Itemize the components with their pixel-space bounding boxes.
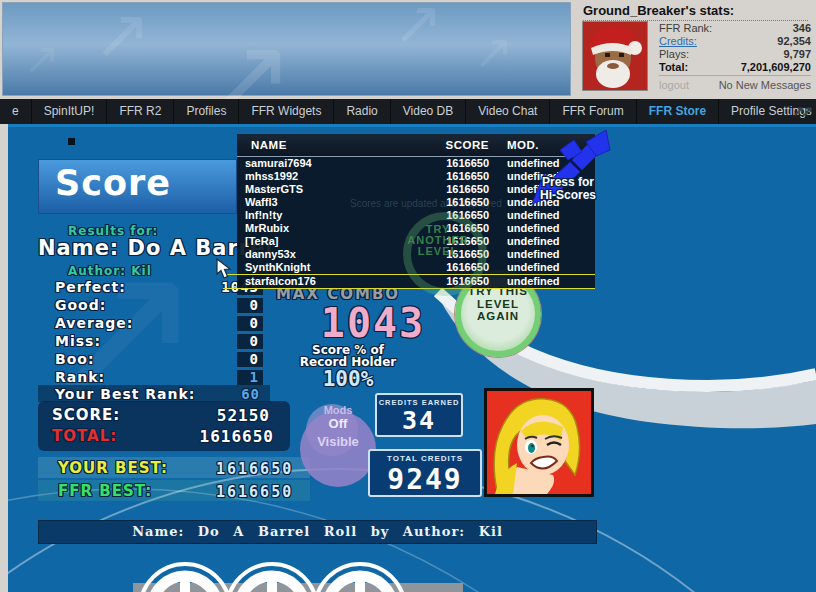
nav-tab[interactable]: Radio xyxy=(334,99,390,124)
your-best-value: 1616650 xyxy=(216,460,293,478)
nav-tab[interactable]: FFR Store xyxy=(637,99,719,124)
user-stat-label: Plays: xyxy=(659,48,689,61)
user-stats-rows: FFR Rank: 346 Credits: 92,354 Plays: 9,7… xyxy=(659,22,811,74)
mods-title: Mods xyxy=(300,404,376,416)
total-label: TOTAL: xyxy=(52,427,117,445)
nav-tab[interactable]: Video Chat xyxy=(466,99,550,124)
ffr-best-label: FFR BEST: xyxy=(58,482,152,500)
player-name: [TeRa] xyxy=(237,235,414,248)
nav-tab[interactable]: FFR Widgets xyxy=(239,99,334,124)
stat-row: Boo: 0 xyxy=(38,351,263,369)
user-stat-value: 9,797 xyxy=(783,48,811,61)
column-header-name: NAME xyxy=(237,139,414,151)
stat-label: Boo: xyxy=(55,351,95,367)
nav-tab[interactable]: FFR R2 xyxy=(107,99,174,124)
arrow-decoration-icon: ↗ xyxy=(473,23,513,79)
stat-row: Good: 0 xyxy=(38,297,263,315)
player-mod: undefined xyxy=(489,248,595,261)
player-name: Inf!n!ty xyxy=(237,209,414,222)
game-area: ↗ Score Results for: Name: Do A Barrel A… xyxy=(8,124,816,592)
player-score: 1616650 xyxy=(414,183,489,196)
score-total-panel: SCORE: 52150 TOTAL: 1616650 xyxy=(38,401,290,451)
divider xyxy=(659,75,811,76)
player-mod: undefined xyxy=(489,235,595,248)
nav-tab[interactable]: Profiles xyxy=(174,99,239,124)
best-rank-bar: Your Best Rank: 60 xyxy=(38,385,270,402)
credits-earned-value: 34 xyxy=(377,406,461,435)
player-name: danny53x xyxy=(237,248,414,261)
stat-label: Rank: xyxy=(55,369,105,385)
site-banner: ↗ ↗ ↗ ↗ ↗ xyxy=(2,2,571,96)
score-pct-value: 100% xyxy=(248,367,448,391)
stat-label: Miss: xyxy=(55,333,101,349)
arrow-decoration-icon: ↗ xyxy=(393,0,443,57)
song-author: Author: Kil xyxy=(68,264,152,278)
stat-row: Miss: 0 xyxy=(38,333,263,351)
user-stat-label: FFR Rank: xyxy=(659,22,712,35)
player-name: starfalcon176 xyxy=(237,275,414,288)
user-stat-value: 346 xyxy=(793,22,811,35)
total-value: 1616650 xyxy=(200,427,274,446)
score-title-banner: Score xyxy=(38,159,237,214)
song-info-banner: Name: Do A Barrel Roll by Author: Kil xyxy=(38,520,597,544)
try-another-line: LEVEL xyxy=(392,246,484,257)
table-row: Inf!n!ty 1616650 undefined xyxy=(237,209,595,222)
try-again-line: AGAIN xyxy=(461,310,535,323)
ffr-best-value: 1616650 xyxy=(216,483,293,501)
player-name: MrRubix xyxy=(237,222,414,235)
user-stat-row: Plays: 9,797 xyxy=(659,48,811,61)
nav-tab[interactable]: Video DB xyxy=(391,99,466,124)
ffr-logo-circles xyxy=(126,552,446,592)
user-stats-title: Ground_Breaker's stats: xyxy=(583,3,808,21)
try-again-line: LEVEL xyxy=(461,298,535,311)
logout-link[interactable]: logout xyxy=(659,79,689,91)
score-title: Score xyxy=(55,163,171,203)
user-stat-label: Credits: xyxy=(659,35,697,48)
song-info-text: Name: Do A Barrel Roll by Author: Kil xyxy=(39,521,596,543)
stat-label: Average: xyxy=(55,315,133,331)
nav-tab[interactable]: e xyxy=(0,99,32,124)
messages-status[interactable]: No New Messages xyxy=(719,79,811,91)
ffr-arrows-logo-icon: ↗↗ xyxy=(793,99,810,124)
column-header-score: SCORE xyxy=(414,139,489,151)
user-stat-value: 7,201,609,270 xyxy=(741,61,811,74)
mouse-cursor-icon xyxy=(214,258,234,280)
score-label: SCORE: xyxy=(52,406,120,424)
total-credits-label: TOTAL CREDITS xyxy=(370,454,480,463)
stat-label: Good: xyxy=(55,297,106,313)
player-name: MasterGTS xyxy=(237,183,414,196)
max-combo-value: 1043 xyxy=(273,300,473,346)
stat-value: 0 xyxy=(250,315,259,331)
judgement-stats: Perfect: 1043 Good: 0 Average: 0 xyxy=(38,279,263,387)
arrow-decoration-icon: ↗ xyxy=(93,0,152,75)
user-stat-row: Total: 7,201,609,270 xyxy=(659,61,811,74)
arrow-decoration-icon: ↗ xyxy=(23,33,60,84)
player-name: samurai7694 xyxy=(237,157,414,170)
main-navigation: e SpinItUP! FFR R2 Profiles FFR Widgets … xyxy=(0,99,816,124)
stat-label: Perfect: xyxy=(55,279,126,295)
player-name: SynthKnight xyxy=(237,261,414,274)
score-value: 52150 xyxy=(217,406,270,425)
player-mod: undefined xyxy=(489,275,595,288)
hi-scores-label: Hi-Scores xyxy=(513,189,623,202)
artifact-square xyxy=(68,138,75,145)
user-stats-panel: Ground_Breaker's stats: FFR Rank: 346 xyxy=(575,0,816,97)
page: ↗ ↗ ↗ ↗ ↗ Ground_Breaker's stats: xyxy=(0,0,816,592)
your-best-label: YOUR BEST: xyxy=(58,459,168,477)
user-stat-row: FFR Rank: 346 xyxy=(659,22,811,35)
player-mod: undefined xyxy=(489,261,595,274)
player-mod: undefined xyxy=(489,209,595,222)
girl-avatar xyxy=(484,388,594,497)
credits-earned-box: CREDITS EARNED 34 xyxy=(375,393,463,437)
mods-visible-label: Visible xyxy=(300,434,376,449)
total-credits-value: 9249 xyxy=(370,463,480,496)
total-credits-box: TOTAL CREDITS 9249 xyxy=(368,449,482,497)
nav-tab[interactable]: SpinItUP! xyxy=(32,99,108,124)
nav-tab[interactable]: FFR Forum xyxy=(550,99,636,124)
player-score: 1616650 xyxy=(414,157,489,170)
mods-off-label: Off xyxy=(300,416,376,431)
user-stat-value: 92,354 xyxy=(777,35,811,48)
santa-avatar xyxy=(582,21,648,91)
player-score: 1616650 xyxy=(414,170,489,183)
player-mod: undefined xyxy=(489,222,595,235)
